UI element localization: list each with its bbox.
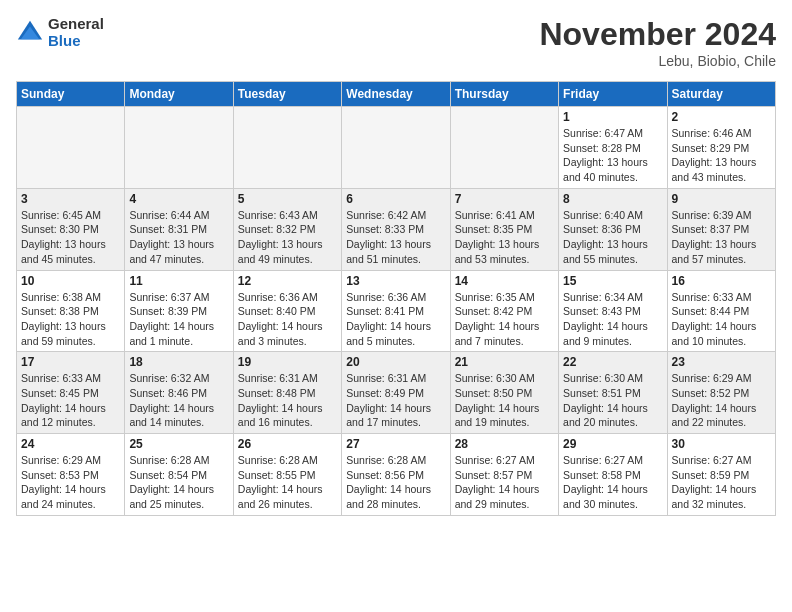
calendar-cell: 17Sunrise: 6:33 AM Sunset: 8:45 PM Dayli… [17, 352, 125, 434]
calendar-cell: 27Sunrise: 6:28 AM Sunset: 8:56 PM Dayli… [342, 434, 450, 516]
logo-general: General [48, 16, 104, 33]
weekday-header-tuesday: Tuesday [233, 82, 341, 107]
weekday-header-thursday: Thursday [450, 82, 558, 107]
day-number: 29 [563, 437, 662, 451]
calendar-week-row: 24Sunrise: 6:29 AM Sunset: 8:53 PM Dayli… [17, 434, 776, 516]
title-block: November 2024 Lebu, Biobio, Chile [539, 16, 776, 69]
day-info: Sunrise: 6:28 AM Sunset: 8:55 PM Dayligh… [238, 453, 337, 512]
calendar-cell: 3Sunrise: 6:45 AM Sunset: 8:30 PM Daylig… [17, 188, 125, 270]
calendar-cell [233, 107, 341, 189]
day-number: 23 [672, 355, 771, 369]
day-info: Sunrise: 6:45 AM Sunset: 8:30 PM Dayligh… [21, 208, 120, 267]
day-number: 3 [21, 192, 120, 206]
logo-icon [16, 19, 44, 47]
logo: General Blue [16, 16, 104, 49]
calendar-cell [450, 107, 558, 189]
calendar-cell: 30Sunrise: 6:27 AM Sunset: 8:59 PM Dayli… [667, 434, 775, 516]
weekday-header-monday: Monday [125, 82, 233, 107]
day-number: 25 [129, 437, 228, 451]
day-info: Sunrise: 6:32 AM Sunset: 8:46 PM Dayligh… [129, 371, 228, 430]
calendar-cell: 7Sunrise: 6:41 AM Sunset: 8:35 PM Daylig… [450, 188, 558, 270]
day-info: Sunrise: 6:29 AM Sunset: 8:52 PM Dayligh… [672, 371, 771, 430]
calendar-cell: 5Sunrise: 6:43 AM Sunset: 8:32 PM Daylig… [233, 188, 341, 270]
weekday-header-row: SundayMondayTuesdayWednesdayThursdayFrid… [17, 82, 776, 107]
day-info: Sunrise: 6:42 AM Sunset: 8:33 PM Dayligh… [346, 208, 445, 267]
calendar-cell: 14Sunrise: 6:35 AM Sunset: 8:42 PM Dayli… [450, 270, 558, 352]
day-info: Sunrise: 6:31 AM Sunset: 8:48 PM Dayligh… [238, 371, 337, 430]
calendar-cell: 21Sunrise: 6:30 AM Sunset: 8:50 PM Dayli… [450, 352, 558, 434]
calendar-cell: 25Sunrise: 6:28 AM Sunset: 8:54 PM Dayli… [125, 434, 233, 516]
day-info: Sunrise: 6:30 AM Sunset: 8:51 PM Dayligh… [563, 371, 662, 430]
day-info: Sunrise: 6:33 AM Sunset: 8:45 PM Dayligh… [21, 371, 120, 430]
day-info: Sunrise: 6:27 AM Sunset: 8:59 PM Dayligh… [672, 453, 771, 512]
day-number: 1 [563, 110, 662, 124]
calendar-week-row: 3Sunrise: 6:45 AM Sunset: 8:30 PM Daylig… [17, 188, 776, 270]
day-info: Sunrise: 6:40 AM Sunset: 8:36 PM Dayligh… [563, 208, 662, 267]
day-number: 16 [672, 274, 771, 288]
day-number: 30 [672, 437, 771, 451]
day-info: Sunrise: 6:31 AM Sunset: 8:49 PM Dayligh… [346, 371, 445, 430]
day-number: 20 [346, 355, 445, 369]
calendar-cell: 11Sunrise: 6:37 AM Sunset: 8:39 PM Dayli… [125, 270, 233, 352]
day-number: 2 [672, 110, 771, 124]
logo-text: General Blue [48, 16, 104, 49]
calendar-cell: 28Sunrise: 6:27 AM Sunset: 8:57 PM Dayli… [450, 434, 558, 516]
weekday-header-wednesday: Wednesday [342, 82, 450, 107]
day-number: 15 [563, 274, 662, 288]
day-number: 24 [21, 437, 120, 451]
calendar-week-row: 17Sunrise: 6:33 AM Sunset: 8:45 PM Dayli… [17, 352, 776, 434]
day-info: Sunrise: 6:38 AM Sunset: 8:38 PM Dayligh… [21, 290, 120, 349]
calendar-cell: 9Sunrise: 6:39 AM Sunset: 8:37 PM Daylig… [667, 188, 775, 270]
calendar-cell: 18Sunrise: 6:32 AM Sunset: 8:46 PM Dayli… [125, 352, 233, 434]
day-number: 12 [238, 274, 337, 288]
day-number: 18 [129, 355, 228, 369]
calendar-cell: 13Sunrise: 6:36 AM Sunset: 8:41 PM Dayli… [342, 270, 450, 352]
day-number: 17 [21, 355, 120, 369]
day-info: Sunrise: 6:43 AM Sunset: 8:32 PM Dayligh… [238, 208, 337, 267]
weekday-header-friday: Friday [559, 82, 667, 107]
weekday-header-saturday: Saturday [667, 82, 775, 107]
day-number: 11 [129, 274, 228, 288]
day-number: 8 [563, 192, 662, 206]
day-info: Sunrise: 6:37 AM Sunset: 8:39 PM Dayligh… [129, 290, 228, 349]
day-info: Sunrise: 6:44 AM Sunset: 8:31 PM Dayligh… [129, 208, 228, 267]
calendar-cell: 23Sunrise: 6:29 AM Sunset: 8:52 PM Dayli… [667, 352, 775, 434]
calendar-cell: 19Sunrise: 6:31 AM Sunset: 8:48 PM Dayli… [233, 352, 341, 434]
day-info: Sunrise: 6:33 AM Sunset: 8:44 PM Dayligh… [672, 290, 771, 349]
calendar-cell: 1Sunrise: 6:47 AM Sunset: 8:28 PM Daylig… [559, 107, 667, 189]
calendar-cell: 29Sunrise: 6:27 AM Sunset: 8:58 PM Dayli… [559, 434, 667, 516]
day-number: 21 [455, 355, 554, 369]
day-info: Sunrise: 6:30 AM Sunset: 8:50 PM Dayligh… [455, 371, 554, 430]
day-info: Sunrise: 6:41 AM Sunset: 8:35 PM Dayligh… [455, 208, 554, 267]
day-info: Sunrise: 6:29 AM Sunset: 8:53 PM Dayligh… [21, 453, 120, 512]
day-number: 13 [346, 274, 445, 288]
day-number: 7 [455, 192, 554, 206]
day-info: Sunrise: 6:28 AM Sunset: 8:54 PM Dayligh… [129, 453, 228, 512]
calendar-cell: 24Sunrise: 6:29 AM Sunset: 8:53 PM Dayli… [17, 434, 125, 516]
day-info: Sunrise: 6:36 AM Sunset: 8:41 PM Dayligh… [346, 290, 445, 349]
day-info: Sunrise: 6:35 AM Sunset: 8:42 PM Dayligh… [455, 290, 554, 349]
calendar-week-row: 1Sunrise: 6:47 AM Sunset: 8:28 PM Daylig… [17, 107, 776, 189]
calendar-cell: 8Sunrise: 6:40 AM Sunset: 8:36 PM Daylig… [559, 188, 667, 270]
location: Lebu, Biobio, Chile [539, 53, 776, 69]
calendar-cell [342, 107, 450, 189]
day-number: 22 [563, 355, 662, 369]
day-info: Sunrise: 6:34 AM Sunset: 8:43 PM Dayligh… [563, 290, 662, 349]
day-number: 28 [455, 437, 554, 451]
day-number: 19 [238, 355, 337, 369]
logo-blue: Blue [48, 33, 104, 50]
day-number: 4 [129, 192, 228, 206]
calendar-cell: 12Sunrise: 6:36 AM Sunset: 8:40 PM Dayli… [233, 270, 341, 352]
calendar-cell: 6Sunrise: 6:42 AM Sunset: 8:33 PM Daylig… [342, 188, 450, 270]
day-info: Sunrise: 6:46 AM Sunset: 8:29 PM Dayligh… [672, 126, 771, 185]
calendar-cell: 22Sunrise: 6:30 AM Sunset: 8:51 PM Dayli… [559, 352, 667, 434]
day-number: 9 [672, 192, 771, 206]
calendar-week-row: 10Sunrise: 6:38 AM Sunset: 8:38 PM Dayli… [17, 270, 776, 352]
calendar-cell: 2Sunrise: 6:46 AM Sunset: 8:29 PM Daylig… [667, 107, 775, 189]
day-info: Sunrise: 6:28 AM Sunset: 8:56 PM Dayligh… [346, 453, 445, 512]
calendar-table: SundayMondayTuesdayWednesdayThursdayFrid… [16, 81, 776, 516]
page-header: General Blue November 2024 Lebu, Biobio,… [16, 16, 776, 69]
calendar-cell: 26Sunrise: 6:28 AM Sunset: 8:55 PM Dayli… [233, 434, 341, 516]
day-info: Sunrise: 6:27 AM Sunset: 8:58 PM Dayligh… [563, 453, 662, 512]
day-info: Sunrise: 6:27 AM Sunset: 8:57 PM Dayligh… [455, 453, 554, 512]
